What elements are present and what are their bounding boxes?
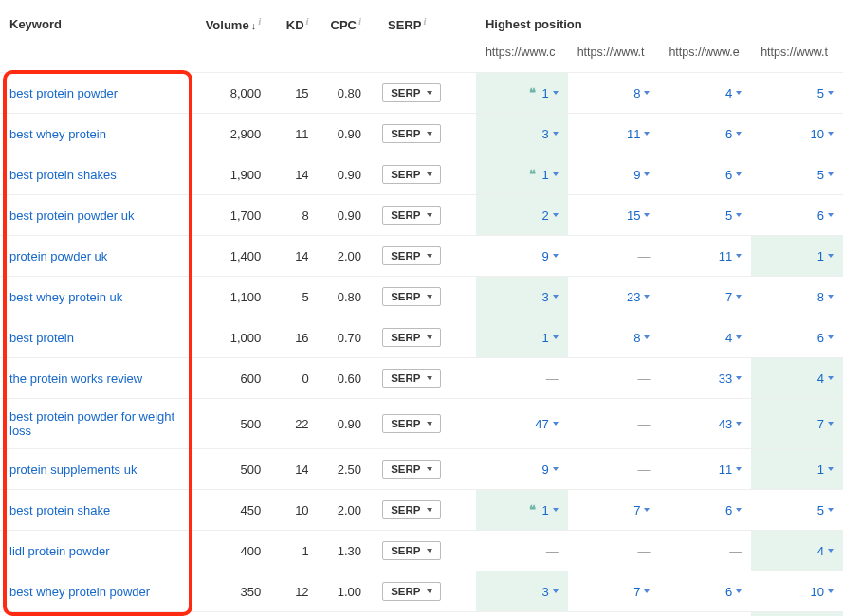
position-cell[interactable]: 10 — [751, 114, 843, 154]
position-cell[interactable]: 33 — [659, 358, 751, 399]
position-cell[interactable]: 15 — [568, 195, 660, 236]
serp-button[interactable]: SERP — [382, 287, 440, 306]
position-cell[interactable]: 3 — [476, 114, 568, 154]
position-cell[interactable]: 10 — [751, 571, 843, 612]
info-icon[interactable]: i — [306, 15, 309, 27]
position-cell[interactable]: 2 — [476, 195, 568, 236]
position-cell[interactable]: 47 — [476, 399, 568, 449]
position-cell[interactable]: 9 — [568, 154, 660, 195]
position-cell[interactable]: ❝1 — [476, 154, 568, 195]
position-cell[interactable]: 3 — [476, 277, 568, 317]
position-cell[interactable]: 77 — [659, 612, 751, 616]
position-cell[interactable]: 6 — [751, 195, 843, 236]
position-cell[interactable]: 5 — [659, 195, 751, 236]
position-cell[interactable]: 9 — [476, 236, 568, 277]
serp-button[interactable]: SERP — [382, 369, 440, 388]
position-cell[interactable]: 11 — [659, 449, 751, 490]
info-icon[interactable]: i — [258, 15, 261, 27]
serp-button[interactable]: SERP — [382, 414, 440, 433]
position-cell[interactable]: 8 — [568, 73, 660, 114]
chevron-down-icon — [553, 213, 559, 217]
position-cell[interactable]: 6 — [659, 490, 751, 531]
serp-button[interactable]: SERP — [382, 83, 440, 102]
position-cell[interactable]: ❝1 — [476, 73, 568, 114]
keyword-link[interactable]: the protein works review — [9, 371, 142, 386]
serp-button[interactable]: SERP — [382, 246, 440, 265]
position-cell[interactable]: 7 — [568, 571, 660, 612]
cpc-cell: 2.00 — [319, 490, 371, 531]
position-cell[interactable]: 23 — [568, 277, 660, 317]
table-row: best protein powder for weight loss50022… — [0, 399, 843, 449]
keyword-link[interactable]: best protein — [9, 331, 74, 345]
serp-button[interactable]: SERP — [382, 206, 440, 225]
position-cell[interactable]: 7 — [751, 399, 843, 449]
position-cell[interactable]: 6 — [659, 154, 751, 195]
keyword-link[interactable]: protein supplements uk — [9, 462, 137, 477]
keyword-link[interactable]: best whey protein powder — [9, 585, 150, 599]
position-cell[interactable]: ❝1 — [476, 490, 568, 531]
serp-button[interactable]: SERP — [382, 582, 440, 601]
keyword-link[interactable]: best protein powder — [9, 86, 118, 100]
position-cell[interactable]: 9 — [476, 449, 568, 490]
keyword-link[interactable]: best protein shake — [9, 503, 110, 517]
keyword-link[interactable]: lidl protein powder — [9, 544, 110, 558]
keyword-link[interactable]: best whey protein — [9, 127, 106, 141]
col-serp[interactable]: SERPi — [371, 8, 452, 40]
url-col-0[interactable]: https://www.c — [476, 40, 568, 73]
position-cell[interactable]: 6 — [751, 317, 843, 358]
position-cell[interactable]: 5 — [751, 154, 843, 195]
chevron-down-icon — [644, 589, 650, 593]
table-row: protein supplements uk500142.50SERP9—111 — [0, 449, 843, 490]
position-cell[interactable]: 11 — [659, 236, 751, 277]
kd-cell: 0 — [270, 358, 318, 399]
serp-button[interactable]: SERP — [382, 500, 440, 519]
position-cell[interactable]: 4 — [659, 317, 751, 358]
serp-button[interactable]: SERP — [382, 328, 440, 347]
table-row: best protein1,000160.70SERP1846 — [0, 317, 843, 358]
position-cell[interactable]: 43 — [659, 399, 751, 449]
kd-cell: 22 — [270, 399, 318, 449]
chevron-down-icon — [644, 508, 650, 512]
position-cell[interactable]: 4 — [751, 358, 843, 399]
keyword-link[interactable]: best protein powder uk — [9, 208, 135, 223]
position-cell[interactable]: 4 — [659, 73, 751, 114]
serp-button[interactable]: SERP — [382, 124, 440, 143]
serp-button[interactable]: SERP — [382, 165, 440, 184]
position-cell[interactable]: 8 — [568, 317, 660, 358]
position-cell[interactable]: 7 — [568, 490, 660, 531]
position-cell[interactable]: 3 — [476, 571, 568, 612]
position-cell[interactable]: 4 — [751, 531, 843, 571]
position-cell: — — [568, 531, 660, 571]
keyword-link[interactable]: best whey protein uk — [9, 290, 122, 304]
position-cell[interactable]: 6 — [659, 571, 751, 612]
col-cpc[interactable]: CPCi — [319, 8, 371, 40]
keyword-link[interactable]: protein powder uk — [9, 249, 107, 263]
position-cell[interactable]: 1 — [476, 317, 568, 358]
serp-button[interactable]: SERP — [382, 541, 440, 560]
position-cell[interactable]: 6 — [659, 114, 751, 154]
info-icon[interactable]: i — [423, 15, 426, 27]
volume-cell: 1,700 — [196, 195, 271, 236]
chevron-down-icon — [427, 335, 432, 339]
info-icon[interactable]: i — [358, 15, 361, 27]
position-cell[interactable]: 5 — [751, 73, 843, 114]
url-col-2[interactable]: https://www.e — [659, 40, 751, 73]
featured-snippet-icon: ❝ — [529, 85, 536, 100]
position-cell[interactable]: 3 — [751, 612, 843, 616]
col-volume[interactable]: Volume↓i — [196, 8, 271, 40]
serp-button[interactable]: SERP — [382, 460, 440, 479]
position-cell[interactable]: 11 — [568, 114, 660, 154]
position-cell[interactable]: 5 — [751, 490, 843, 531]
position-cell[interactable]: 1 — [751, 449, 843, 490]
kd-cell: 15 — [270, 73, 318, 114]
url-col-1[interactable]: https://www.t — [568, 40, 660, 73]
keyword-link[interactable]: best protein powder for weight loss — [9, 409, 174, 438]
position-cell[interactable]: 8 — [751, 277, 843, 317]
keyword-link[interactable]: best protein shakes — [9, 168, 117, 182]
url-col-3[interactable]: https://www.t — [751, 40, 843, 73]
col-kd[interactable]: KDi — [270, 8, 318, 40]
position-cell[interactable]: 18 — [476, 612, 568, 616]
position-cell[interactable]: 7 — [659, 277, 751, 317]
col-keyword[interactable]: Keyword — [0, 8, 196, 40]
position-cell[interactable]: 1 — [751, 236, 843, 277]
